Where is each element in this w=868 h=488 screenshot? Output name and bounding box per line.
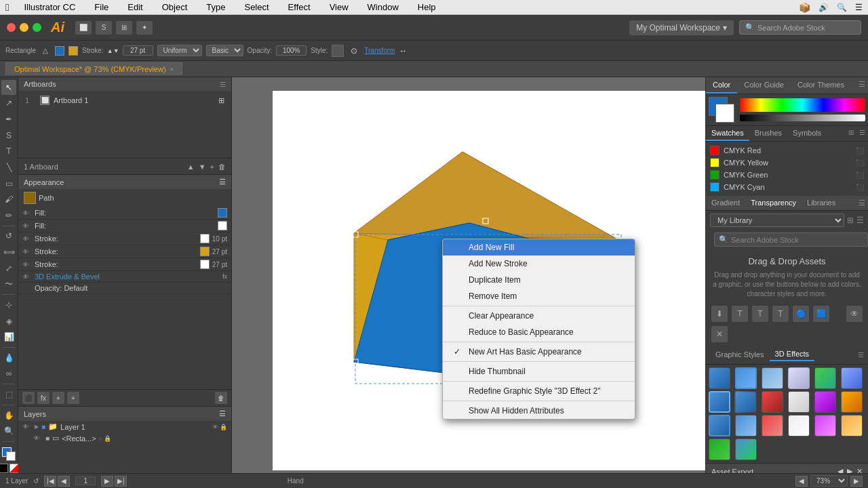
pencil-tool[interactable]: ✏ <box>1 208 16 223</box>
blend-tool[interactable]: ∞ <box>1 367 16 382</box>
3d-effect-17[interactable] <box>814 415 836 436</box>
add-fill-button[interactable]: + <box>52 392 64 404</box>
artboard-delete-icon[interactable]: 🗑 <box>218 163 226 171</box>
menu-file[interactable]: File <box>90 2 113 12</box>
tab-transparency[interactable]: Transparency <box>745 196 802 210</box>
swatch-options-icon-2[interactable]: ⬛ <box>856 159 864 167</box>
canvas-area[interactable]: Add New Fill Add New Stroke Duplicate It… <box>232 77 705 488</box>
first-artboard-button[interactable]: |◀ <box>44 476 56 487</box>
search-stock-top[interactable]: 🔍 Search Adobe Stock <box>739 20 861 35</box>
stroke-swatch-big[interactable] <box>715 104 734 123</box>
tab-color-themes[interactable]: Color Themes <box>791 77 851 94</box>
appearance-row-fill-white[interactable]: 👁 Fill: <box>18 220 231 232</box>
visibility-eye-icon-5[interactable]: 👁 <box>22 261 32 268</box>
zoom-select[interactable]: 73% <box>810 475 848 487</box>
lib-icon-5[interactable]: 🔵 <box>793 306 809 322</box>
menu-window[interactable]: Window <box>363 2 403 12</box>
fill-color-swatch-blue[interactable] <box>218 208 227 218</box>
rectangle-tool[interactable]: ▭ <box>1 176 16 191</box>
tab-3d-effects[interactable]: 3D Effects <box>770 348 815 361</box>
symbol-tool[interactable]: ◈ <box>1 314 16 329</box>
ctx-add-new-fill[interactable]: Add New Fill <box>443 239 635 256</box>
tools-icon[interactable]: ✦ <box>136 21 153 35</box>
menu-help[interactable]: Help <box>414 2 440 12</box>
fill-stroke-colors[interactable] <box>2 447 16 461</box>
3d-effect-1[interactable] <box>709 367 730 389</box>
swatch-options-icon-4[interactable]: ⬛ <box>856 184 864 191</box>
3d-effect-2[interactable] <box>735 367 757 389</box>
delete-item-button[interactable]: 🗑 <box>215 392 227 404</box>
direct-selection-tool[interactable]: ↗ <box>1 96 16 111</box>
lib-icon-6[interactable]: 🟦 <box>813 306 829 322</box>
menu-edit[interactable]: Edit <box>123 2 146 12</box>
artboard-up-icon[interactable]: ▲ <box>187 163 195 171</box>
glyph-icon[interactable]: S <box>96 21 112 35</box>
swatches-list-icon[interactable]: ☰ <box>856 126 868 141</box>
tab-color-guide[interactable]: Color Guide <box>737 77 791 94</box>
styles-options-icon[interactable]: ☰ <box>858 351 864 359</box>
lib-icon-close[interactable]: ✕ <box>711 326 728 342</box>
history-icon[interactable]: ↺ <box>33 477 39 485</box>
menu-type[interactable]: Type <box>202 2 229 12</box>
appearance-row-stroke-white-27[interactable]: 👁 Stroke: 27 pt <box>18 258 231 271</box>
3d-effect-4[interactable] <box>788 367 810 389</box>
3d-effect-13[interactable] <box>709 415 730 436</box>
color-spectrum-bar[interactable] <box>740 98 865 112</box>
curvature-tool[interactable]: S <box>1 128 16 143</box>
search-icon[interactable]: 🔍 <box>837 3 847 12</box>
black-stroke[interactable] <box>0 464 8 473</box>
appearance-row-opacity[interactable]: 👁 Opacity: Default <box>18 283 231 294</box>
visibility-eye-icon[interactable]: 👁 <box>22 209 32 217</box>
doc-close-button[interactable]: × <box>170 66 174 73</box>
fill-color-swatch-white[interactable] <box>218 221 227 230</box>
menu-object[interactable]: Object <box>158 2 192 12</box>
visibility-eye-icon-2[interactable]: 👁 <box>22 222 32 230</box>
none-stroke[interactable] <box>9 464 19 473</box>
3d-effect-11[interactable] <box>814 391 836 413</box>
lib-icon-eye[interactable]: 👁 <box>846 306 863 322</box>
3d-effect-9[interactable] <box>762 391 783 413</box>
swatch-row-cyan[interactable]: CMYK Cyan ⬛ <box>710 181 864 193</box>
paintbrush-tool[interactable]: 🖌 <box>1 192 16 207</box>
hand-tool[interactable]: ✋ <box>1 408 16 423</box>
3d-effect-12[interactable] <box>841 391 863 413</box>
tab-libraries[interactable]: Libraries <box>802 196 841 210</box>
appearance-row-stroke-gold-27[interactable]: 👁 Stroke: 27 pt <box>18 245 231 258</box>
selection-tool[interactable]: ↖ <box>1 80 16 95</box>
maximize-button[interactable] <box>33 23 41 32</box>
visibility-eye-icon-4[interactable]: 👁 <box>22 248 32 256</box>
3d-effect-7[interactable] <box>709 391 730 413</box>
tab-gradient[interactable]: Gradient <box>706 196 745 210</box>
lib-icon-2[interactable]: T <box>732 306 748 322</box>
3d-effect-5[interactable] <box>814 367 836 389</box>
tab-graphic-styles[interactable]: Graphic Styles <box>710 348 770 361</box>
3d-effect-19[interactable] <box>709 439 730 460</box>
ctx-duplicate-item[interactable]: Duplicate Item <box>443 272 635 288</box>
apple-menu[interactable]:  <box>5 1 9 13</box>
document-tab[interactable]: Optimal Workspace* @ 73% (CMYK/Preview) … <box>5 62 182 75</box>
tab-symbols[interactable]: Symbols <box>787 126 827 141</box>
lib-list-icon[interactable]: ☰ <box>856 216 864 225</box>
warp-tool[interactable]: 〜 <box>1 277 16 291</box>
lightness-bar[interactable] <box>740 115 865 121</box>
3d-effect-16[interactable] <box>788 415 810 436</box>
ctx-show-hidden[interactable]: Show All Hidden Attributes <box>443 403 635 419</box>
right-panel-menu-icon[interactable]: ☰ <box>856 77 868 94</box>
artboard-icon[interactable]: ⬜ <box>75 21 92 35</box>
workspace-button[interactable]: My Optimal Workspace ▾ <box>629 20 734 35</box>
zoom-in-button[interactable]: ▶ <box>850 476 863 487</box>
ctx-redefine-style[interactable]: Redefine Graphic Style "3D Effect 2" <box>443 383 635 399</box>
fx-button[interactable]: fx <box>37 392 50 404</box>
swatch-options-icon-3[interactable]: ⬛ <box>856 171 864 179</box>
ctx-new-art-basic[interactable]: ✓ New Art Has Basic Appearance <box>443 344 635 360</box>
close-button[interactable] <box>7 23 16 32</box>
stroke-value-input[interactable] <box>123 45 153 56</box>
layer-eye-icon[interactable]: 👁 <box>22 423 32 430</box>
artboard-tool[interactable]: ⬚ <box>1 387 16 402</box>
swatch-row-red[interactable]: CMYK Red ⬛ <box>710 144 864 157</box>
menu-select[interactable]: Select <box>240 2 273 12</box>
menu-effect[interactable]: Effect <box>284 2 315 12</box>
3d-effect-15[interactable] <box>762 415 783 436</box>
layer-expand-icon[interactable]: ▶ <box>35 424 39 430</box>
last-artboard-button[interactable]: ▶| <box>115 476 127 487</box>
